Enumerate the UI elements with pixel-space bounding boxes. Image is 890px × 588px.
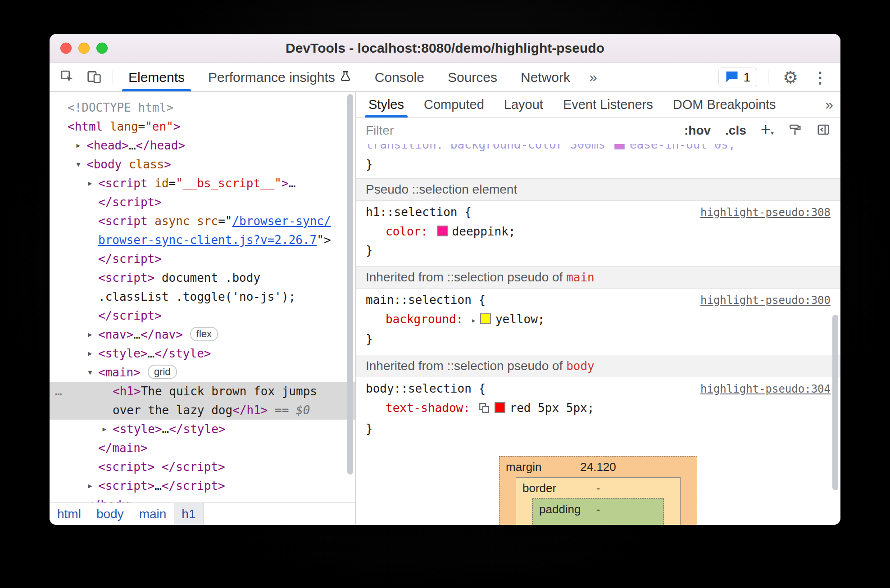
dom-node[interactable]: </body> xyxy=(50,495,355,502)
stylesheet-source-link[interactable]: highlight-pseudo:308 xyxy=(700,203,831,222)
dom-node[interactable]: <!DOCTYPE html> xyxy=(50,98,355,117)
dom-node[interactable]: <script> document .body.classList .toggl… xyxy=(50,268,355,306)
expand-shorthand-icon[interactable]: ▸ xyxy=(471,315,477,326)
css-declaration[interactable]: color: deeppink; xyxy=(366,222,831,241)
css-selector[interactable]: body::selection { xyxy=(366,379,486,398)
color-swatch[interactable] xyxy=(480,313,491,324)
border-top-value[interactable]: - xyxy=(596,481,600,495)
css-selector[interactable]: h1::selection { xyxy=(366,203,472,222)
dom-node[interactable]: </script> xyxy=(50,193,355,212)
minimize-button[interactable] xyxy=(78,43,90,54)
box-model-padding[interactable]: padding - xyxy=(532,498,664,525)
dom-node[interactable]: ▼<main>grid xyxy=(50,363,355,382)
padding-top-value[interactable]: - xyxy=(596,502,600,516)
box-model-content[interactable] xyxy=(533,520,663,525)
color-swatch[interactable] xyxy=(437,226,448,236)
expand-arrow-icon[interactable]: ▶ xyxy=(84,325,96,344)
settings-button[interactable]: ⚙ xyxy=(779,67,802,88)
toggle-element-state-button[interactable]: :hov xyxy=(684,123,711,138)
expand-arrow-icon[interactable]: ▶ xyxy=(84,174,96,193)
chevrons-icon: » xyxy=(825,96,833,113)
layout-badge-grid[interactable]: grid xyxy=(148,365,177,379)
css-property-value[interactable]: deeppink; xyxy=(452,225,516,238)
styles-filter-input[interactable] xyxy=(366,123,618,138)
stylesheet-source-link[interactable]: highlight-pseudo:300 xyxy=(700,291,831,310)
inherited-node-link[interactable]: body xyxy=(566,359,595,373)
tab-computed[interactable]: Computed xyxy=(414,92,494,118)
css-declaration[interactable]: text-shadow: red 5px 5px; xyxy=(366,398,831,419)
tab-styles[interactable]: Styles xyxy=(359,92,414,118)
node-options-dots[interactable]: … xyxy=(55,382,63,401)
tab-console[interactable]: Console xyxy=(363,63,436,91)
dom-node[interactable]: ▶<style>…</style> xyxy=(50,420,355,439)
breadcrumb-h1[interactable]: h1 xyxy=(174,503,204,525)
tab-event-listeners[interactable]: Event Listeners xyxy=(553,92,663,118)
elements-scrollbar[interactable] xyxy=(347,94,353,475)
css-property-value[interactable]: yellow; xyxy=(495,312,545,326)
tab-network[interactable]: Network xyxy=(509,63,582,91)
zoom-button[interactable] xyxy=(96,43,108,54)
code-val: "__bs_script__" xyxy=(176,176,282,190)
more-tabs-button[interactable]: » xyxy=(582,63,604,91)
code-plain xyxy=(190,214,197,228)
issues-counter-button[interactable]: 1 xyxy=(718,68,757,87)
dom-node[interactable]: </script> xyxy=(50,306,355,325)
rendering-emulation-button[interactable] xyxy=(788,123,802,138)
layout-badge-flex[interactable]: flex xyxy=(190,327,218,341)
collapse-arrow-icon[interactable]: ▼ xyxy=(72,155,85,174)
stylesheet-source-link[interactable]: highlight-pseudo:304 xyxy=(700,380,831,398)
margin-top-value[interactable]: 24.120 xyxy=(580,460,616,474)
collapse-arrow-icon[interactable]: ▼ xyxy=(84,363,96,382)
dom-node[interactable]: <html lang="en"> xyxy=(50,117,355,136)
tab-performance-insights[interactable]: Performance insights xyxy=(196,63,363,91)
css-selector[interactable]: main::selection { xyxy=(366,290,486,309)
dom-node[interactable]: <script async src="/browser-sync/browser… xyxy=(50,212,355,249)
box-model-margin[interactable]: margin 24.120 border - padding xyxy=(499,456,697,525)
expand-arrow-icon[interactable]: ▶ xyxy=(72,136,85,155)
dom-node[interactable]: ▶<head>…</head> xyxy=(50,136,355,155)
main-menu-button[interactable]: ⋮ xyxy=(809,67,831,88)
close-button[interactable] xyxy=(60,43,72,54)
device-toolbar-button[interactable] xyxy=(83,67,105,88)
box-model-border[interactable]: border - padding - xyxy=(516,477,681,525)
code-tag: > xyxy=(282,176,289,190)
new-style-rule-button[interactable]: +▾ xyxy=(761,120,774,139)
inspect-element-button[interactable] xyxy=(56,67,78,88)
breadcrumb-html[interactable]: html xyxy=(50,503,89,525)
tab-dom-breakpoints[interactable]: DOM Breakpoints xyxy=(663,92,786,118)
color-swatch[interactable] xyxy=(495,402,505,413)
expand-arrow-icon[interactable]: ▶ xyxy=(98,420,111,439)
breadcrumb-body[interactable]: body xyxy=(89,503,132,525)
element-classes-button[interactable]: .cls xyxy=(725,123,746,138)
css-declaration[interactable]: transition: background-color 300ms ease-… xyxy=(356,144,840,154)
code-tag: <nav> xyxy=(98,328,133,341)
expand-arrow-icon[interactable]: ▶ xyxy=(84,476,96,495)
dom-node[interactable]: ▶<script id="__bs_script__">… xyxy=(50,174,355,193)
dom-node[interactable]: ▶<nav>…</nav>flex xyxy=(50,325,355,344)
more-sidebar-tabs-button[interactable]: » xyxy=(818,92,840,118)
css-property-name[interactable]: text-shadow: xyxy=(386,401,470,415)
dom-node[interactable]: </script> xyxy=(50,249,355,268)
css-property-value[interactable]: red 5px 5px; xyxy=(510,401,595,415)
breadcrumb-main[interactable]: main xyxy=(132,503,174,525)
tab-sources[interactable]: Sources xyxy=(436,63,509,91)
dom-node[interactable]: </main> xyxy=(50,439,355,457)
dom-node[interactable]: ▶<script>…</script> xyxy=(50,476,355,495)
dom-node-selected[interactable]: …<h1>The quick brown fox jumpsover the l… xyxy=(50,382,355,420)
computed-sidebar-toggle-button[interactable] xyxy=(816,123,831,138)
tab-layout[interactable]: Layout xyxy=(494,92,553,118)
css-declaration[interactable]: background: ▸yellow; xyxy=(366,310,831,330)
tab-elements[interactable]: Elements xyxy=(117,63,196,91)
dom-node[interactable]: ▼<body class> xyxy=(50,155,355,174)
css-property-name[interactable]: color: xyxy=(386,225,428,238)
code-attr: id xyxy=(154,176,168,190)
shadow-editor-icon[interactable] xyxy=(478,400,490,419)
dom-node[interactable]: ▶<style>…</style> xyxy=(50,344,355,363)
inherited-node-link[interactable]: main xyxy=(566,271,595,284)
color-swatch[interactable] xyxy=(614,144,625,149)
css-property-name[interactable]: background: xyxy=(386,312,463,326)
styles-scrollbar[interactable] xyxy=(832,315,838,490)
inspect-cursor-icon xyxy=(60,69,74,86)
expand-arrow-icon[interactable]: ▶ xyxy=(84,344,96,363)
dom-node[interactable]: <script> </script> xyxy=(50,457,355,476)
